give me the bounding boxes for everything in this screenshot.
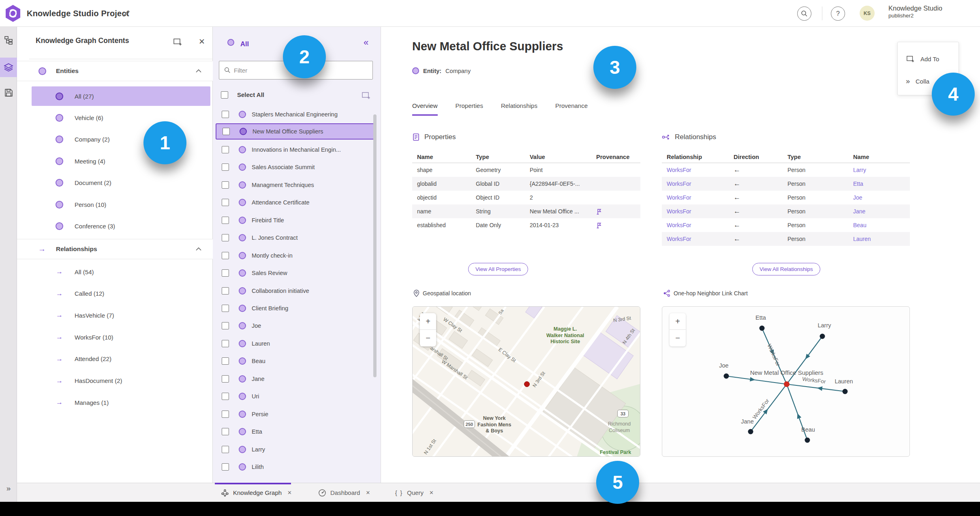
list-item[interactable]: Client Briefing bbox=[216, 300, 375, 316]
list-item[interactable]: Montly check-in bbox=[216, 247, 375, 264]
item-checkbox[interactable] bbox=[222, 181, 229, 189]
zoom-in-button[interactable]: + bbox=[670, 313, 686, 330]
item-checkbox[interactable] bbox=[222, 146, 229, 153]
data-model-icon[interactable] bbox=[0, 31, 17, 49]
tab-overview[interactable]: Overview bbox=[412, 102, 438, 116]
zoom-out-button[interactable]: − bbox=[420, 330, 436, 346]
collapse-panel-icon[interactable]: « bbox=[364, 37, 368, 48]
edge-arrow[interactable] bbox=[795, 413, 801, 419]
tab-properties[interactable]: Properties bbox=[456, 102, 483, 116]
center-node-label[interactable]: New Metal Office Suppliers bbox=[750, 369, 824, 376]
scrollbar[interactable] bbox=[373, 114, 377, 377]
edge-line[interactable] bbox=[751, 384, 787, 432]
list-item[interactable]: Attendance Certificate bbox=[216, 194, 375, 211]
save-icon[interactable] bbox=[0, 83, 17, 102]
list-item[interactable]: Managment Techniques bbox=[216, 177, 375, 193]
node-label[interactable]: Lauren bbox=[834, 378, 853, 385]
item-checkbox[interactable] bbox=[222, 199, 229, 206]
node-label[interactable]: Larry bbox=[817, 322, 831, 329]
search-button[interactable] bbox=[797, 6, 811, 21]
user-info[interactable]: Knowledge Studio publisher2 bbox=[888, 4, 942, 19]
table-row[interactable]: WorksFor←PersonJane bbox=[662, 204, 910, 218]
list-item[interactable]: Lauren bbox=[216, 335, 375, 352]
add-to-button[interactable]: Add To bbox=[906, 54, 939, 63]
entity-type-row[interactable]: Vehicle (6) bbox=[32, 108, 210, 127]
item-checkbox[interactable] bbox=[222, 375, 229, 383]
entity-type-row[interactable]: Document (2) bbox=[32, 173, 210, 193]
close-tab-icon[interactable]: ✕ bbox=[287, 490, 292, 496]
edge-arrow[interactable] bbox=[817, 386, 822, 391]
list-item[interactable]: Beau bbox=[216, 353, 375, 369]
item-checkbox[interactable] bbox=[222, 340, 229, 347]
table-row[interactable]: shapeGeometryPoint bbox=[412, 163, 640, 177]
list-item[interactable]: L. Jones Contract bbox=[216, 230, 375, 246]
edit-title-icon[interactable] bbox=[122, 9, 131, 18]
edge-label[interactable]: WorksFor bbox=[766, 343, 781, 368]
item-checkbox[interactable] bbox=[222, 428, 229, 435]
person-node[interactable] bbox=[724, 374, 729, 379]
relationship-type-row[interactable]: →Attended (22) bbox=[32, 349, 210, 369]
node-label[interactable]: Etta bbox=[755, 314, 766, 321]
edge-label[interactable]: WorksFor bbox=[802, 376, 826, 385]
person-node[interactable] bbox=[748, 429, 753, 434]
geospatial-map[interactable]: + − k RdW Clay StSaN 3rd StN 4th Starsha… bbox=[412, 306, 640, 457]
relationship-type-row[interactable]: →HasVehicle (7) bbox=[32, 305, 210, 325]
relationship-type-row[interactable]: →Called (12) bbox=[32, 284, 210, 303]
bottom-tab-knowledge-graph[interactable]: Knowledge Graph✕ bbox=[221, 483, 292, 502]
item-checkbox[interactable] bbox=[222, 322, 229, 329]
select-all-checkbox[interactable] bbox=[221, 91, 228, 99]
tab-relationships[interactable]: Relationships bbox=[501, 102, 537, 116]
person-node[interactable] bbox=[820, 334, 825, 339]
node-label[interactable]: Beau bbox=[801, 426, 815, 433]
list-item[interactable]: Larry bbox=[216, 441, 375, 458]
entity-type-row[interactable]: Person (10) bbox=[32, 195, 210, 214]
node-label[interactable]: Joe bbox=[719, 362, 728, 369]
relationship-type-row[interactable]: →All (54) bbox=[32, 262, 210, 282]
list-item[interactable]: Collaboration initiative bbox=[216, 283, 375, 299]
table-row[interactable]: establishedDate Only2014-01-23 bbox=[412, 218, 640, 232]
person-node[interactable] bbox=[760, 326, 765, 331]
center-entity-node[interactable] bbox=[784, 381, 790, 387]
zoom-in-button[interactable]: + bbox=[420, 313, 436, 330]
item-checkbox[interactable] bbox=[222, 305, 229, 312]
item-checkbox[interactable] bbox=[222, 393, 229, 400]
zoom-out-button[interactable]: − bbox=[670, 330, 686, 346]
item-checkbox[interactable] bbox=[223, 128, 230, 135]
relationships-section-header[interactable]: → Relationships bbox=[17, 239, 213, 259]
item-checkbox[interactable] bbox=[222, 269, 229, 277]
node-label[interactable]: Jane bbox=[741, 418, 753, 425]
add-to-new-view-icon[interactable] bbox=[173, 37, 182, 47]
chevron-up-icon[interactable] bbox=[195, 69, 202, 73]
list-item[interactable]: Persie bbox=[216, 406, 375, 422]
expand-rail-icon[interactable]: » bbox=[0, 480, 17, 497]
view-all-relationships-button[interactable]: View All Relationships bbox=[752, 263, 820, 275]
item-checkbox[interactable] bbox=[222, 463, 229, 471]
item-checkbox[interactable] bbox=[222, 234, 229, 241]
person-node[interactable] bbox=[843, 389, 848, 394]
list-item[interactable]: Etta bbox=[216, 424, 375, 440]
one-hop-link-chart[interactable]: EttaLarryJoeLaurenJaneBeauWorksForWorksF… bbox=[662, 306, 910, 457]
list-item[interactable]: Uri bbox=[216, 388, 375, 404]
bottom-tab-dashboard[interactable]: Dashboard✕ bbox=[318, 483, 370, 502]
add-to-new-view-icon[interactable] bbox=[361, 90, 371, 100]
chevron-up-icon[interactable] bbox=[195, 247, 202, 251]
list-item[interactable]: New Metal Office Suppliers bbox=[216, 123, 375, 140]
close-panel-icon[interactable]: ✕ bbox=[199, 37, 208, 47]
list-item[interactable]: Joe bbox=[216, 318, 375, 334]
relationship-type-row[interactable]: →HasDocument (2) bbox=[32, 371, 210, 391]
layers-icon[interactable] bbox=[0, 58, 17, 77]
list-item[interactable]: Innovations in Mechanical Engin... bbox=[216, 142, 375, 158]
bottom-tab-query[interactable]: { }Query✕ bbox=[395, 483, 434, 502]
collapse-button[interactable]: » Colla bbox=[906, 77, 929, 86]
item-checkbox[interactable] bbox=[222, 287, 229, 295]
table-row[interactable]: WorksFor←PersonLarry bbox=[662, 163, 910, 177]
entity-type-row[interactable]: All (27) bbox=[32, 86, 210, 106]
item-checkbox[interactable] bbox=[222, 411, 229, 418]
item-checkbox[interactable] bbox=[222, 217, 229, 224]
provenance-flag-icon[interactable] bbox=[596, 208, 602, 215]
item-checkbox[interactable] bbox=[222, 357, 229, 365]
entity-type-row[interactable]: Meeting (4) bbox=[32, 151, 210, 171]
table-row[interactable]: WorksFor←PersonBeau bbox=[662, 218, 910, 232]
item-checkbox[interactable] bbox=[222, 252, 229, 259]
item-checkbox[interactable] bbox=[222, 446, 229, 453]
